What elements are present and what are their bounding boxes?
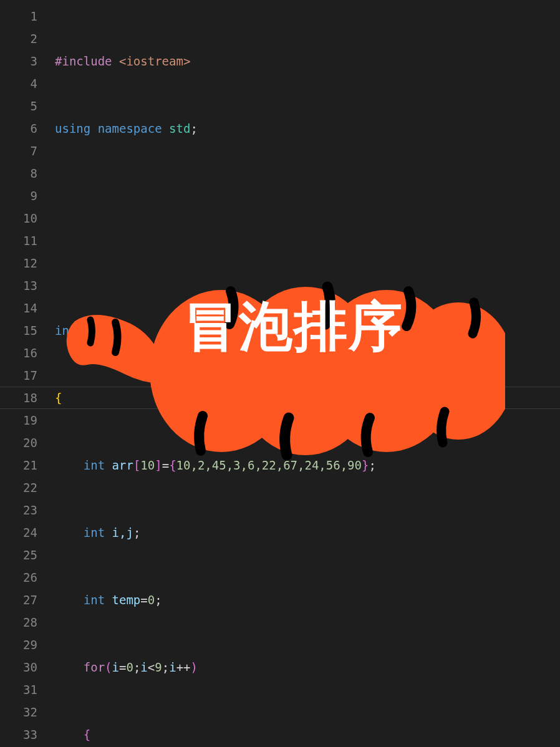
array-values: 10,2,45,3,6,22,67,24,56,90 (176, 458, 362, 472)
keyword: int (84, 526, 105, 539)
op: < (148, 660, 155, 674)
line-number: 28 (0, 611, 37, 634)
line-number: 31 (0, 678, 37, 701)
function-name: main (84, 324, 112, 337)
semicolon: ; (133, 526, 140, 539)
op: ++ (176, 660, 191, 674)
line-number: 9 (0, 185, 37, 207)
line-number: 25 (0, 544, 37, 566)
code-line[interactable] (55, 252, 560, 274)
preprocessor: #include (55, 54, 112, 68)
operator: = (140, 593, 147, 607)
paren: ( (105, 660, 112, 674)
keyword: namespace (98, 122, 162, 135)
brace: { (169, 458, 176, 472)
line-number: 16 (0, 342, 37, 364)
brace-open: { (84, 728, 90, 741)
code-line[interactable]: int arr[10]={10,2,45,3,6,22,67,24,56,90}… (55, 454, 560, 476)
line-number: 7 (0, 140, 37, 162)
line-number: 5 (0, 95, 37, 117)
line-number: 32 (0, 701, 37, 723)
code-content[interactable]: #include <iostream> using namespace std;… (55, 0, 560, 747)
code-line[interactable]: { (55, 387, 560, 409)
line-number: 29 (0, 634, 37, 656)
keyword: int (84, 593, 105, 607)
operator: = (162, 458, 169, 472)
code-editor[interactable]: 1 2 3 4 5 6 7 8 9 10 11 12 13 14 15 16 1… (0, 0, 560, 747)
semi: ; (133, 660, 140, 674)
keyword: int (55, 324, 76, 337)
line-number: 8 (0, 162, 37, 185)
variable: arr (112, 458, 133, 472)
code-line[interactable]: int i,j; (55, 521, 560, 544)
brace-open: { (55, 391, 62, 405)
num: 0 (126, 660, 133, 674)
line-number: 3 (0, 50, 37, 72)
line-number: 26 (0, 566, 37, 589)
var: i (169, 660, 176, 674)
line-number: 13 (0, 274, 37, 297)
keyword: using (55, 122, 90, 135)
line-number: 11 (0, 229, 37, 252)
semicolon: ; (369, 458, 375, 472)
semi: ; (162, 660, 169, 674)
line-number: 27 (0, 589, 37, 611)
line-number: 10 (0, 207, 37, 229)
keyword-for: for (84, 660, 105, 674)
line-number: 24 (0, 521, 37, 544)
namespace: std (169, 122, 190, 135)
line-number: 2 (0, 27, 37, 50)
variable: temp (112, 593, 141, 607)
num: 9 (155, 660, 162, 674)
line-number-gutter: 1 2 3 4 5 6 7 8 9 10 11 12 13 14 15 16 1… (0, 0, 55, 747)
line-number: 33 (0, 723, 37, 746)
code-line[interactable]: for(i=0;i<9;i++) (55, 656, 560, 678)
semicolon: ; (190, 122, 197, 135)
line-number: 17 (0, 364, 37, 387)
include-lib: <iostream> (119, 54, 190, 68)
code-line[interactable]: int main() (55, 319, 560, 342)
line-number: 4 (0, 72, 37, 95)
line-number: 15 (0, 319, 37, 342)
brace: } (362, 458, 369, 472)
keyword: int (84, 458, 105, 472)
line-number: 12 (0, 252, 37, 274)
bracket: ] (155, 458, 162, 472)
code-line[interactable]: int temp=0; (55, 589, 560, 611)
variables: i,j (112, 526, 133, 539)
line-number: 22 (0, 476, 37, 499)
number: 0 (148, 593, 155, 607)
line-number: 6 (0, 117, 37, 140)
number: 10 (140, 458, 155, 472)
parentheses: () (112, 324, 127, 337)
line-number: 19 (0, 409, 37, 431)
line-number: 1 (0, 5, 37, 27)
bracket: [ (133, 458, 140, 472)
semicolon: ; (155, 593, 162, 607)
code-line[interactable]: { (55, 723, 560, 746)
paren: ) (191, 660, 198, 674)
line-number: 20 (0, 431, 37, 454)
var: i (140, 660, 147, 674)
op: = (119, 660, 126, 674)
line-number: 18 (0, 387, 37, 409)
code-line[interactable]: #include <iostream> (55, 50, 560, 72)
line-number: 14 (0, 297, 37, 319)
code-line[interactable] (55, 185, 560, 207)
line-number: 21 (0, 454, 37, 476)
line-number: 30 (0, 656, 37, 678)
var: i (112, 660, 119, 674)
code-line[interactable]: using namespace std; (55, 117, 560, 140)
line-number: 23 (0, 499, 37, 521)
